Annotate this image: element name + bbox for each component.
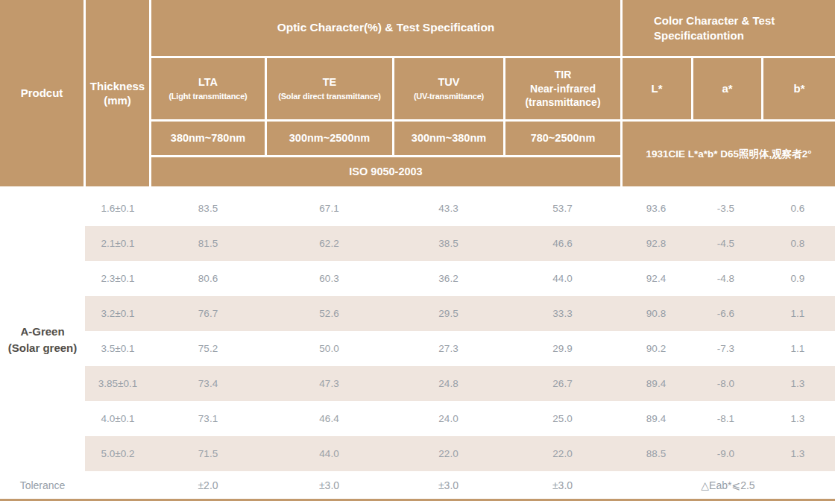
lstar-cell: 90.2 xyxy=(621,343,691,354)
te-cell: 62.2 xyxy=(265,238,393,249)
bstar-cell: 0.6 xyxy=(760,203,835,214)
astar-cell: -8.0 xyxy=(691,378,760,389)
thickness-cell: 5.0±0.2 xyxy=(85,448,151,459)
lstar-cell: 88.5 xyxy=(621,448,691,459)
range-tuv: 300nm~380nm xyxy=(394,122,503,155)
header-product: Prodcut xyxy=(0,0,84,186)
lta-cell: 81.5 xyxy=(151,238,265,249)
te-cell: 67.1 xyxy=(265,203,393,214)
thickness-cell: 1.6±0.1 xyxy=(85,203,151,214)
bstar-cell: 0.9 xyxy=(760,273,835,284)
bstar-cell: 1.3 xyxy=(760,413,835,424)
table-body: A-Green (Solar green) 1.6±0.1 83.5 67.1 … xyxy=(0,191,835,471)
header-col-te: TE (Solar direct transmittance) xyxy=(267,58,392,119)
table-row: 4.0±0.1 73.1 46.4 24.0 25.0 89.4 -8.1 1.… xyxy=(0,401,835,436)
table-row: 2.3±0.1 80.6 60.3 36.2 44.0 92.4 -4.8 0.… xyxy=(0,261,835,296)
lstar-cell: 92.8 xyxy=(621,238,691,249)
lstar-cell: 89.4 xyxy=(621,413,691,424)
tir-cell: 25.0 xyxy=(504,413,621,424)
astar-cell: -6.6 xyxy=(691,308,760,319)
thickness-cell: 3.5±0.1 xyxy=(85,343,151,354)
tuv-cell: 27.3 xyxy=(393,343,504,354)
header-col-tir: TIR Near-infrared (transmittance) xyxy=(505,58,620,119)
iso-standard: ISO 9050-2003 xyxy=(151,157,620,186)
table-bottom-border xyxy=(0,499,835,501)
header-col-lta: LTA (Light transmittance) xyxy=(151,58,265,119)
bstar-cell: 1.1 xyxy=(760,308,835,319)
table-row: 3.5±0.1 75.2 50.0 27.3 29.9 90.2 -7.3 1.… xyxy=(0,331,835,366)
thickness-cell: 3.85±0.1 xyxy=(85,378,151,389)
astar-cell: -8.1 xyxy=(691,413,760,424)
col-subtitle-te: (Solar direct transmittance) xyxy=(278,91,380,101)
table-row: 3.2±0.1 76.7 52.6 29.5 33.3 90.8 -6.6 1.… xyxy=(0,296,835,331)
product-name: A-Green (Solar green) xyxy=(0,324,85,356)
tolerance-te: ±3.0 xyxy=(265,479,393,491)
te-cell: 50.0 xyxy=(265,343,393,354)
table-row: 3.85±0.1 73.4 47.3 24.8 26.7 89.4 -8.0 1… xyxy=(0,366,835,401)
astar-cell: -3.5 xyxy=(691,203,760,214)
thickness-cell: 2.1±0.1 xyxy=(85,238,151,249)
range-tir: 780~2500nm xyxy=(505,122,620,155)
tuv-cell: 43.3 xyxy=(393,203,504,214)
te-cell: 46.4 xyxy=(265,413,393,424)
table-row: 1.6±0.1 83.5 67.1 43.3 53.7 93.6 -3.5 0.… xyxy=(0,191,835,226)
lta-cell: 71.5 xyxy=(151,448,265,459)
lstar-cell: 92.4 xyxy=(621,273,691,284)
thickness-cell: 4.0±0.1 xyxy=(85,413,151,424)
tir-cell: 46.6 xyxy=(504,238,621,249)
lta-cell: 76.7 xyxy=(151,308,265,319)
tuv-cell: 38.5 xyxy=(393,238,504,249)
tuv-cell: 24.0 xyxy=(393,413,504,424)
lstar-cell: 90.8 xyxy=(621,308,691,319)
te-cell: 52.6 xyxy=(265,308,393,319)
col-title-tuv: TUV xyxy=(438,75,460,89)
tir-cell: 53.7 xyxy=(504,203,621,214)
bstar-cell: 1.3 xyxy=(760,448,835,459)
lta-cell: 80.6 xyxy=(151,273,265,284)
tuv-cell: 36.2 xyxy=(393,273,504,284)
te-cell: 47.3 xyxy=(265,378,393,389)
astar-cell: -4.5 xyxy=(691,238,760,249)
header-col-tuv: TUV (UV-transmittance) xyxy=(394,58,503,119)
bstar-cell: 0.8 xyxy=(760,238,835,249)
range-lta: 380nm~780nm xyxy=(151,122,265,155)
lstar-cell: 89.4 xyxy=(621,378,691,389)
spec-table: Prodcut Thickness (mm) Optic Character(%… xyxy=(0,0,835,504)
table-row: 2.1±0.1 81.5 62.2 38.5 46.6 92.8 -4.5 0.… xyxy=(0,226,835,261)
lta-cell: 75.2 xyxy=(151,343,265,354)
tuv-cell: 22.0 xyxy=(393,448,504,459)
tolerance-row: Tolerance ±2.0 ±3.0 ±3.0 ±3.0 △Eab*⩽2.5 xyxy=(0,473,835,498)
tir-cell: 44.0 xyxy=(504,273,621,284)
bstar-cell: 1.3 xyxy=(760,378,835,389)
astar-cell: -4.8 xyxy=(691,273,760,284)
tolerance-color: △Eab*⩽2.5 xyxy=(621,479,835,491)
header-thickness: Thickness (mm) xyxy=(86,0,149,186)
thickness-cell: 2.3±0.1 xyxy=(85,273,151,284)
te-cell: 60.3 xyxy=(265,273,393,284)
tir-cell: 22.0 xyxy=(504,448,621,459)
table-header: Prodcut Thickness (mm) Optic Character(%… xyxy=(0,0,835,186)
col-subtitle-lta: (Light transmittance) xyxy=(168,91,247,101)
header-optic-section: Optic Character(%) & Test Specification xyxy=(151,0,620,56)
bstar-cell: 1.1 xyxy=(760,343,835,354)
col-title-tir: TIR Near-infrared (transmittance) xyxy=(525,68,600,110)
header-color-section: Color Character & Test Specificationtion xyxy=(623,0,835,56)
table-row: 5.0±0.2 71.5 44.0 22.0 22.0 88.5 -9.0 1.… xyxy=(0,436,835,471)
lta-cell: 73.1 xyxy=(151,413,265,424)
col-title-te: TE xyxy=(323,75,337,89)
tuv-cell: 29.5 xyxy=(393,308,504,319)
thickness-cell: 3.2±0.1 xyxy=(85,308,151,319)
tolerance-lta: ±2.0 xyxy=(151,479,265,491)
astar-cell: -7.3 xyxy=(691,343,760,354)
header-col-astar: a* xyxy=(693,58,761,119)
lta-cell: 73.4 xyxy=(151,378,265,389)
cie-note: 1931CIE L*a*b* D65照明体,观察者2° xyxy=(623,122,835,186)
lstar-cell: 93.6 xyxy=(621,203,691,214)
te-cell: 44.0 xyxy=(265,448,393,459)
tir-cell: 33.3 xyxy=(504,308,621,319)
lta-cell: 83.5 xyxy=(151,203,265,214)
astar-cell: -9.0 xyxy=(691,448,760,459)
header-col-bstar: b* xyxy=(763,58,835,119)
range-te: 300nm~2500nm xyxy=(267,122,392,155)
tir-cell: 26.7 xyxy=(504,378,621,389)
